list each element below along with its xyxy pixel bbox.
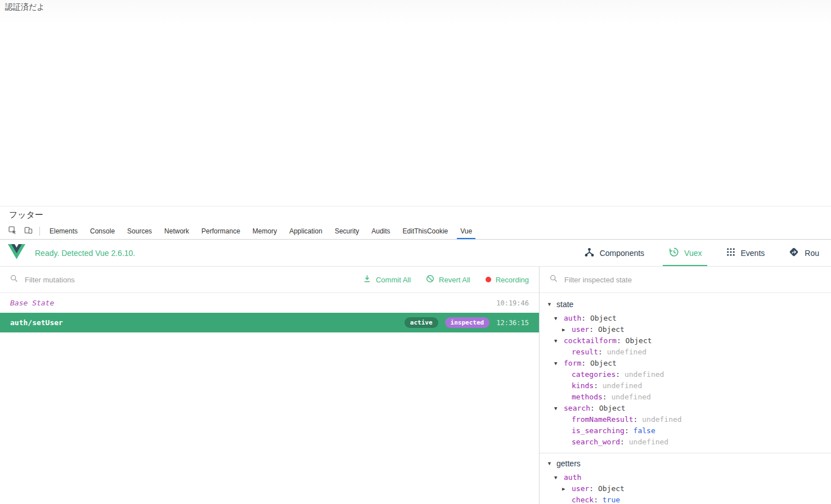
devtools-tab-audits[interactable]: Audits [365,223,396,239]
vue-tab-label: Vuex [684,249,702,258]
mutation-label: auth/setUser [10,318,63,327]
tree-key: kinds [572,380,594,392]
tree-colon: : [581,313,590,324]
devtools-tab-vue[interactable]: Vue [454,223,478,239]
mutations-toolbar: Commit AllRevert AllRecording [0,267,539,293]
vue-tab-rou[interactable]: Rou [776,240,831,266]
vue-tabs: ComponentsVuexEventsRou [572,240,831,266]
tree-value: Object [599,403,626,414]
devtools-tab-network[interactable]: Network [158,223,195,239]
tree-value: Object [590,358,617,369]
tree-node[interactable]: ▼search: Object [540,403,831,414]
vue-tab-label: Events [741,249,765,258]
tree-node[interactable]: search_word: undefined [540,436,831,448]
tree-key: methods [572,392,603,403]
collapse-arrow-icon: ▼ [547,302,556,307]
tree-key: search_word [572,436,620,448]
revert-all-button[interactable]: Revert All [426,274,470,285]
footer-label: フッター [9,210,43,220]
tree-node[interactable]: ▼form: Object [540,358,831,369]
tree-node[interactable]: is_searching: false [540,425,831,436]
tree-node[interactable]: methods: undefined [540,392,831,403]
tree-value: Object [598,483,625,494]
no-arrow [562,436,572,448]
tree-value: Object [598,324,625,335]
devtools-tab-console[interactable]: Console [84,223,121,239]
vue-tab-events[interactable]: Events [714,240,777,266]
tree-key: check [572,494,594,504]
vue-tab-label: Rou [805,249,819,258]
device-toolbar-button[interactable] [20,223,36,239]
tree-node[interactable]: ▶user: Object [540,483,831,494]
events-icon [726,247,736,259]
devtools-tab-elements[interactable]: Elements [43,223,84,239]
tree-node[interactable]: result: undefined [540,346,831,358]
tree-colon: : [634,414,643,425]
devtools-tab-application[interactable]: Application [283,223,329,239]
tree-key: cocktailform [564,335,617,346]
no-arrow [562,380,572,392]
devtools-tabbar: ElementsConsoleSourcesNetworkPerformance… [0,223,831,240]
web-page-area: 認証済だよ [0,0,831,206]
inspector-filter-input[interactable] [564,276,821,284]
action-label: Commit All [376,276,411,284]
mutation-time: 10:19:46 [496,299,529,307]
inspect-element-button[interactable] [5,223,20,239]
commit-all-button[interactable]: Commit All [363,274,411,285]
no-arrow [562,392,572,403]
section-header-getters[interactable]: ▼getters [540,455,831,472]
vue-tab-components[interactable]: Components [572,240,656,266]
expanded-arrow-icon: ▼ [554,335,564,346]
tree-node[interactable]: fromNameResult: undefined [540,414,831,425]
mutation-row[interactable]: auth/setUseractiveinspected12:36:15 [0,313,539,332]
tree-colon: : [581,358,590,369]
devtools-tab-sources[interactable]: Sources [121,223,158,239]
tree-key: user [572,324,589,335]
tree-node[interactable]: ▶user: Object [540,324,831,335]
no-arrow [562,369,572,380]
search-icon [10,274,18,285]
mutation-row[interactable]: Base State10:19:46 [0,293,539,313]
action-label: Recording [496,276,529,284]
inspector-panel: ▼state▼auth: Object▶user: Object▼cocktai… [540,267,831,504]
section-header-state[interactable]: ▼state [540,296,831,313]
tree-node[interactable]: ▼cocktailform: Object [540,335,831,346]
expanded-arrow-icon: ▼ [554,358,564,369]
vue-tab-label: Components [600,249,644,258]
tree-node[interactable]: kinds: undefined [540,380,831,392]
tree-node[interactable]: check: true [540,494,831,504]
vue-tab-vuex[interactable]: Vuex [656,240,713,266]
tree-node[interactable]: ▼auth: Object [540,313,831,324]
mutation-list: Base State10:19:46auth/setUseractiveinsp… [0,293,539,332]
devtools-tab-performance[interactable]: Performance [195,223,246,239]
devtools-tabs: ElementsConsoleSourcesNetworkPerformance… [43,223,478,239]
tree-key: form [564,358,581,369]
tree-key: result [572,346,598,358]
tree-key: categories [572,369,616,380]
tree-node[interactable]: categories: undefined [540,369,831,380]
record-dot-icon [486,277,491,282]
tree-value: undefined [607,346,646,358]
search-icon [550,274,558,285]
tree-node[interactable]: ▼auth [540,472,831,483]
tree-colon: : [589,483,598,494]
tree-colon: : [617,335,626,346]
devtools-tab-security[interactable]: Security [329,223,365,239]
tree-colon: : [594,494,603,504]
tree-colon: : [625,425,634,436]
section-title: state [556,300,573,309]
tree-colon: : [603,392,612,403]
section-divider [540,453,831,453]
devtools-tab-memory[interactable]: Memory [246,223,283,239]
inspector-toolbar [540,267,831,293]
devtools-tab-editthiscookie[interactable]: EditThisCookie [397,223,455,239]
tree-colon: : [620,436,629,448]
mutations-filter-input[interactable] [25,276,341,284]
tree-colon: : [594,380,603,392]
badge-active: active [405,317,438,328]
collapsed-arrow-icon: ▶ [562,483,572,494]
tree-key: auth [564,313,581,324]
state-tree: ▼state▼auth: Object▶user: Object▼cocktai… [540,293,831,504]
expanded-arrow-icon: ▼ [554,313,564,324]
recording-button[interactable]: Recording [486,276,529,284]
